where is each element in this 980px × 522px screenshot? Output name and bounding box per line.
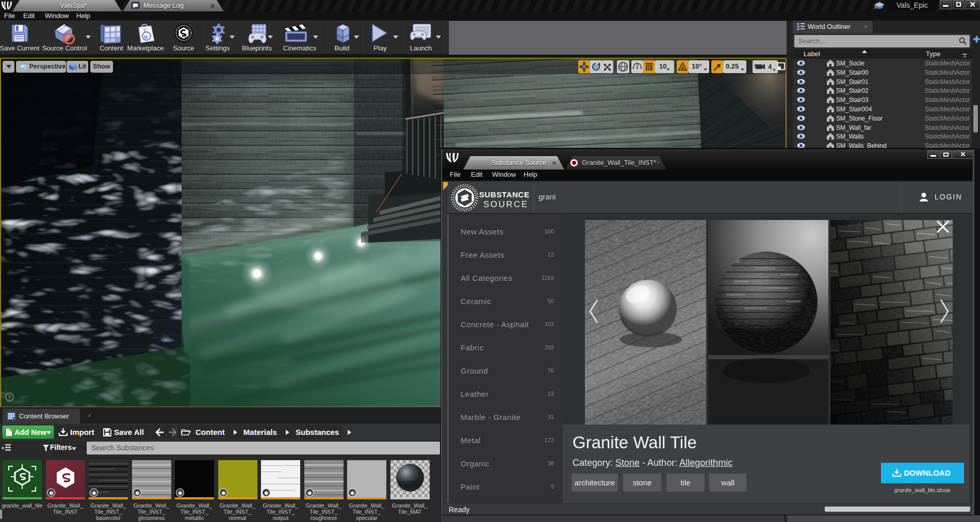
svg-text:✱: ✱ bbox=[135, 490, 139, 496]
svg-text:✱: ✱ bbox=[264, 490, 268, 496]
svg-text:4: 4 bbox=[768, 63, 772, 71]
svg-text:✱: ✱ bbox=[177, 490, 182, 496]
svg-text:✱: ✱ bbox=[48, 490, 53, 496]
svg-text:10: 10 bbox=[659, 62, 666, 70]
svg-text:✱: ✱ bbox=[91, 490, 96, 496]
svg-text:0.25: 0.25 bbox=[726, 62, 739, 70]
svg-text:u: u bbox=[144, 33, 148, 40]
svg-text:10°: 10° bbox=[692, 62, 702, 70]
svg-text:✱: ✱ bbox=[221, 490, 225, 496]
svg-text:✱: ✱ bbox=[307, 490, 312, 496]
svg-text:✱: ✱ bbox=[350, 490, 354, 496]
